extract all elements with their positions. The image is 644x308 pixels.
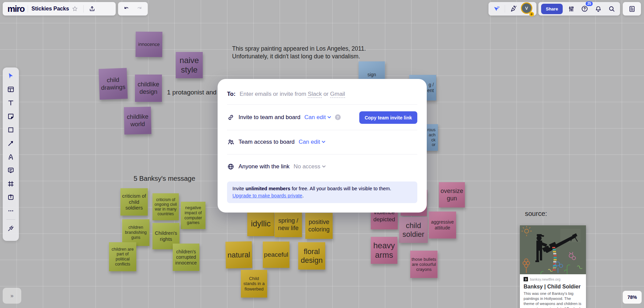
undo-icon[interactable] — [121, 4, 132, 14]
sticky-note[interactable]: criticism of child soldiers — [120, 188, 148, 216]
canvas-text-label[interactable]: 1 protagonist and — [167, 88, 217, 97]
share-button[interactable]: Share — [541, 4, 563, 14]
to-label: To: — [227, 91, 235, 97]
slack-invite-link[interactable]: Slack — [308, 91, 322, 98]
anyone-with-link-label: Anyone with the link — [239, 163, 289, 170]
sticky-note[interactable]: criticism of ongoing civil war in many c… — [152, 193, 179, 220]
frame-tool-icon[interactable] — [5, 178, 17, 189]
divider — [505, 5, 505, 12]
sticky-note[interactable]: floral design — [298, 242, 325, 270]
redo-icon[interactable] — [134, 4, 144, 14]
upgrade-link[interactable]: Upgrade to make boards private — [232, 193, 302, 198]
sticky-note[interactable]: idyllic — [247, 212, 274, 236]
comment-tool-icon[interactable] — [5, 165, 17, 176]
link-access-dropdown[interactable]: No access — [293, 163, 325, 170]
anyone-with-link-row: Anyone with the link No access — [227, 160, 417, 173]
user-avatar[interactable]: V — [521, 2, 533, 15]
sticky-note[interactable]: spring / new life — [275, 212, 302, 237]
notifications-bell-icon[interactable] — [593, 4, 603, 14]
canvas-text-label[interactable]: This spray painting appeared in Los Ange… — [232, 45, 366, 60]
sticky-note[interactable]: oversize gun — [439, 182, 465, 207]
sticky-note[interactable]: childlike design — [135, 75, 162, 102]
sidebar-collapse-button[interactable]: » — [3, 288, 21, 304]
sticky-note-tool-icon[interactable] — [5, 111, 17, 122]
copy-team-invite-link-button[interactable]: Copy team invite link — [359, 111, 417, 124]
help-icon[interactable]: 25 — [580, 4, 590, 14]
connection-line-tool-icon[interactable] — [5, 138, 17, 149]
select-tool-icon[interactable] — [5, 70, 17, 81]
sticky-note[interactable]: childlike world — [124, 107, 151, 134]
upload-tool-icon[interactable] — [5, 192, 17, 203]
divider — [83, 5, 84, 12]
sticky-note[interactable]: aggressive attitude — [429, 212, 456, 239]
divider — [227, 130, 417, 130]
source-card-description: This was one of Banksy's big paintings i… — [524, 291, 582, 308]
apps-plugin-icon[interactable] — [5, 223, 17, 234]
more-tools-icon[interactable] — [5, 205, 17, 216]
chevron-down-icon — [322, 141, 325, 143]
sticky-note[interactable]: positive coloring — [305, 213, 333, 239]
team-access-dropdown[interactable]: Can edit — [299, 139, 325, 145]
canvas-text-label[interactable]: source: — [525, 209, 547, 218]
chevron-down-icon — [322, 165, 326, 168]
board-header-panel: miro Stickies Packs — [3, 2, 116, 16]
invite-permission-dropdown[interactable]: Can edit — [304, 114, 331, 121]
divider — [28, 5, 28, 12]
gmail-invite-link[interactable]: Gmail — [330, 91, 345, 98]
sticky-note[interactable]: children's corrupted innocence — [173, 244, 199, 271]
collaboration-panel: V — [488, 2, 536, 16]
reactions-party-icon[interactable] — [508, 4, 518, 14]
upgrade-banner: Invite unlimited members for free. All y… — [227, 181, 417, 203]
site-favicon: 3 — [524, 277, 528, 281]
board-title[interactable]: Stickies Packs — [31, 6, 69, 12]
sticky-note[interactable]: negative impact of computer games — [181, 202, 205, 229]
share-modal: To: Enter emails or invite from Slack or… — [218, 79, 427, 213]
divider — [227, 154, 417, 155]
canvas-text-label[interactable]: 5 Banksy's message — [134, 174, 195, 183]
banksy-child-soldier-image — [520, 225, 586, 274]
sticky-note[interactable]: those bullets are colourful crayons — [410, 251, 438, 278]
sticky-note[interactable]: child soldier — [399, 217, 428, 243]
notes-panel-icon[interactable] — [627, 4, 637, 14]
source-site-url: banksy.newtfire.org — [530, 277, 560, 281]
sticky-note[interactable]: naive style — [176, 52, 203, 78]
sticky-note[interactable]: heavy arms — [371, 237, 397, 264]
sticky-note[interactable]: natural — [225, 241, 252, 268]
zoom-level[interactable]: 78% — [623, 291, 642, 304]
chevron-down-icon — [328, 116, 331, 118]
sticky-note[interactable]: Child stands in a flowerbed — [241, 270, 267, 298]
pen-tool-icon[interactable] — [5, 151, 17, 162]
settings-sliders-icon[interactable] — [566, 4, 576, 14]
undo-redo-panel — [118, 2, 148, 16]
tools-toolbar — [3, 67, 19, 241]
text-tool-icon[interactable] — [5, 97, 17, 108]
follow-cursor-icon[interactable] — [492, 4, 501, 14]
help-badge: 25 — [586, 1, 593, 6]
lightning-badge-icon — [529, 12, 534, 17]
invite-email-input[interactable]: Enter emails or invite from Slack or Gma… — [240, 91, 345, 97]
notes-panel-toggle — [623, 2, 641, 16]
sticky-note[interactable]: child drawings — [99, 68, 128, 100]
invite-help-icon[interactable]: ? — [335, 114, 341, 120]
divider — [227, 104, 417, 105]
divider — [6, 219, 15, 220]
team-access-label: Team access to board — [239, 139, 295, 145]
source-card[interactable]: 3 banksy.newtfire.org Banksy | Child Sol… — [520, 225, 586, 308]
favorite-star-icon[interactable] — [70, 4, 80, 14]
team-members-icon — [227, 138, 234, 146]
actions-panel: Share 25 — [538, 2, 620, 16]
sticky-note[interactable]: innocence — [136, 32, 163, 57]
export-icon[interactable] — [87, 4, 97, 14]
team-access-row: Team access to board Can edit — [227, 136, 417, 148]
templates-tool-icon[interactable] — [5, 84, 17, 95]
invite-to-row: To: Enter emails or invite from Slack or… — [227, 87, 417, 101]
invite-team-label: Invite to team and board — [239, 114, 300, 121]
source-card-title: Banksy | Child Soldier — [524, 284, 582, 290]
sticky-note[interactable]: peaceful — [263, 242, 289, 268]
search-icon[interactable] — [607, 4, 617, 14]
globe-icon — [227, 163, 234, 170]
miro-logo[interactable]: miro — [7, 4, 24, 14]
sticky-note[interactable]: children are part of political conflicts — [109, 242, 136, 271]
link-icon — [227, 114, 234, 121]
shapes-tool-icon[interactable] — [5, 124, 17, 135]
